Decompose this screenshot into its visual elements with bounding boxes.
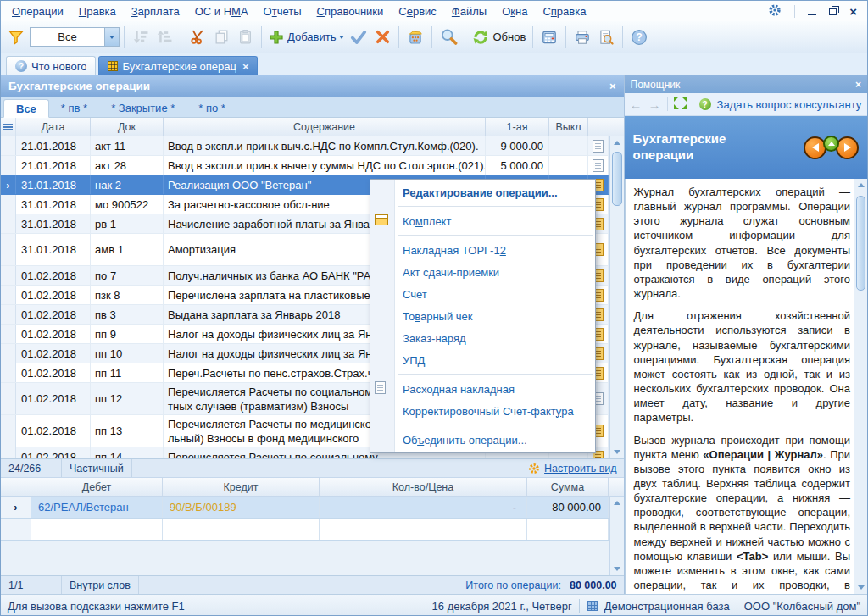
context-menu-item-7[interactable]: Товарный чек: [370, 305, 595, 327]
help-icon[interactable]: ?: [627, 25, 651, 50]
menubar-item-7[interactable]: Файлы: [444, 3, 494, 20]
column-header-debit[interactable]: Дебет: [31, 478, 163, 496]
postings-scrollbar[interactable]: [609, 497, 624, 575]
postings-counter: 1/1: [1, 576, 62, 594]
row-icon-cell: [588, 156, 609, 175]
context-menu-item-label: Корректировочный Счет-фактура: [403, 405, 574, 418]
operation-row[interactable]: 21.01.2018акт 28Ввод в экспл.и прин.к вы…: [1, 156, 624, 175]
context-menu-item-2[interactable]: Комплект: [370, 210, 595, 232]
column-header-doc[interactable]: Док: [91, 118, 164, 136]
assistant-scrollbar[interactable]: [854, 179, 867, 594]
trash-icon[interactable]: [403, 25, 427, 50]
menubar-item-4[interactable]: Отчеты: [256, 3, 309, 20]
posting-row[interactable]: ›62/РЕАЛ/Ветеран90/В/Б/00189-80 000.00: [1, 497, 624, 519]
column-header-content[interactable]: Содержание: [164, 118, 486, 136]
copy-icon: [209, 25, 233, 50]
panel-close-icon[interactable]: ×: [609, 80, 616, 92]
scroll-up-icon[interactable]: [854, 179, 867, 191]
assistant-expand-icon[interactable]: [674, 97, 687, 112]
configure-view[interactable]: Настроить вид: [528, 463, 623, 474]
sort-descending-icon: [129, 25, 153, 50]
minimize-icon[interactable]: [808, 14, 816, 15]
confirm-icon[interactable]: [347, 25, 370, 50]
assistant-back-icon[interactable]: ←: [630, 98, 643, 111]
context-menu-item-9[interactable]: УПД: [370, 349, 595, 371]
context-menu-item-14[interactable]: Объединить операции...: [370, 429, 595, 451]
context-menu-item-11[interactable]: Расходная накладная: [370, 378, 595, 400]
close-icon[interactable]: ×: [849, 5, 857, 18]
add-dropdown-arrow[interactable]: [339, 36, 344, 39]
refresh-button[interactable]: Обнов: [470, 25, 528, 50]
context-menu-item-5[interactable]: Акт сдачи-приемки: [370, 261, 595, 283]
menubar-item-8[interactable]: Окна: [494, 3, 535, 20]
next-topic-button[interactable]: [836, 136, 859, 159]
configure-view-link[interactable]: Настроить вид: [544, 463, 616, 474]
cut-icon[interactable]: [186, 25, 209, 50]
postings-table: Дебет Кредит Кол-во/Цена Сумма ›62/РЕАЛ/…: [1, 477, 624, 575]
column-header-date[interactable]: Дата: [16, 118, 91, 136]
context-menu-item-4[interactable]: Накладная ТОРГ-12: [370, 239, 595, 261]
column-header-sum[interactable]: Сумма: [527, 478, 609, 496]
print-preview-icon[interactable]: [594, 25, 618, 50]
assistant-close-icon[interactable]: ×: [855, 79, 861, 91]
hamburger-icon: [3, 124, 13, 125]
calculator-icon[interactable]: [537, 25, 561, 50]
menubar-item-3[interactable]: ОС и НМА: [187, 3, 256, 20]
context-menu-item-6[interactable]: Счет: [370, 283, 595, 305]
scroll-down-icon[interactable]: [610, 446, 624, 458]
filter-icon[interactable]: [4, 25, 28, 50]
context-menu-item-8[interactable]: Заказ-наряд: [370, 327, 595, 349]
menubar-item-2[interactable]: Зарплата: [124, 3, 187, 20]
filter-select[interactable]: Все: [30, 27, 120, 47]
ask-consultant-link[interactable]: Задать вопрос консультанту: [717, 98, 862, 111]
journal-subtab-1[interactable]: * пв *: [49, 98, 99, 117]
scroll-down-icon[interactable]: [610, 563, 624, 575]
scroll-up-icon[interactable]: [610, 497, 624, 509]
add-button[interactable]: Добавить: [266, 25, 347, 50]
tab-1[interactable]: Бухгалтерские операц×: [98, 56, 258, 75]
journal-subtab-0[interactable]: Все: [3, 99, 49, 118]
tab-0[interactable]: ?Что нового: [6, 56, 96, 75]
status-bar: Для вызова подсказки нажмите F1 16 декаб…: [1, 594, 867, 616]
status-date: 16 декабря 2021 г., Четверг: [432, 600, 572, 613]
context-menu-item-12[interactable]: Корректировочный Счет-фактура: [370, 400, 595, 422]
column-header-off[interactable]: Выкл: [549, 118, 588, 136]
toolbar-separator: [398, 26, 399, 48]
topic-home-button[interactable]: [823, 136, 839, 152]
tab-close-icon[interactable]: ×: [242, 60, 249, 73]
menu-separator: [398, 206, 593, 207]
restore-icon[interactable]: [829, 8, 837, 15]
print-icon[interactable]: [570, 25, 594, 50]
menubar-item-0[interactable]: Операции: [4, 3, 71, 20]
operations-scrollbar[interactable]: [609, 136, 624, 458]
menu-separator: [398, 425, 593, 425]
menubar-item-6[interactable]: Сервис: [391, 3, 444, 20]
postings-footer-strip: 1/1 Внутри слов Итого по операции: 80 00…: [1, 575, 624, 594]
scroll-up-icon[interactable]: [610, 136, 624, 149]
journal-subtab-3[interactable]: * по *: [186, 98, 237, 117]
menubar-item-9[interactable]: Справка: [535, 3, 593, 20]
column-header-first[interactable]: 1-ая: [486, 118, 549, 136]
cancel-icon[interactable]: [370, 25, 394, 50]
operation-row[interactable]: 21.01.2018акт 11Ввод в экспл.и прин.к вы…: [1, 136, 624, 156]
scrollbar-thumb[interactable]: [612, 152, 622, 206]
window-controls-divider: [794, 5, 795, 18]
table-menu-button[interactable]: [1, 118, 16, 136]
context-menu-item-0[interactable]: Редактирование операции...: [370, 181, 595, 203]
assistant-title: Помощник: [631, 79, 681, 91]
postings-corner: [1, 478, 31, 496]
settings-gear-icon[interactable]: [768, 3, 782, 19]
column-header-credit[interactable]: Кредит: [163, 478, 320, 496]
assistant-toolbar-divider: [667, 97, 668, 111]
scroll-down-icon[interactable]: [854, 581, 867, 594]
search-icon[interactable]: [437, 25, 460, 50]
scrollbar-thumb[interactable]: [856, 196, 865, 291]
journal-subtab-2[interactable]: * Закрытие *: [99, 98, 186, 117]
assistant-forward-icon[interactable]: →: [648, 98, 661, 111]
filter-select-arrow[interactable]: [104, 28, 119, 46]
menubar-item-1[interactable]: Правка: [71, 3, 124, 20]
column-header-qty[interactable]: Кол-во/Цена: [320, 478, 527, 496]
context-menu-item-label: УПД: [403, 354, 425, 367]
menubar-item-5[interactable]: Справочники: [309, 3, 392, 20]
postings-header-spacer: [609, 478, 623, 496]
